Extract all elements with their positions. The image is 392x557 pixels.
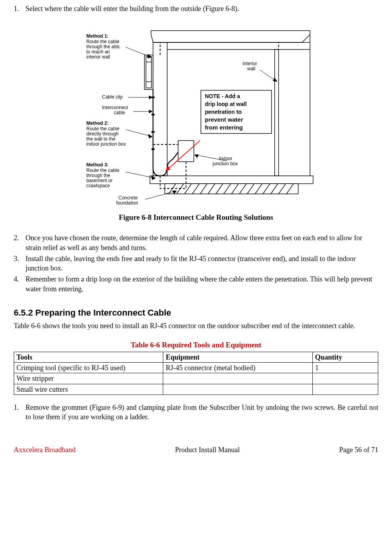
step-text: Select where the cable will enter the bu… <box>26 4 378 13</box>
method2-l3: the wall to the <box>86 136 115 142</box>
td-equip <box>163 373 312 384</box>
cable-clip-label: Cable clip <box>102 94 123 100</box>
svg-marker-39 <box>273 78 277 82</box>
interior-wall-l1: Interior <box>242 61 257 66</box>
interconnect-l1: Interconnect <box>102 105 128 110</box>
table-row: Crimping tool (specific to RJ-45 used) R… <box>14 362 378 373</box>
svg-rect-25 <box>146 57 151 88</box>
svg-rect-1 <box>153 42 167 176</box>
td-equip <box>163 384 312 394</box>
method2-l2: directly through <box>86 131 119 137</box>
svg-rect-28 <box>178 141 194 162</box>
method3-l2: through the <box>86 173 110 178</box>
interior-wall-l2: wall <box>247 66 255 71</box>
method1-text-l3: to reach an <box>86 49 110 55</box>
figure-caption: Figure 6-8 Interconnect Cable Routing So… <box>14 212 378 223</box>
note-l1: NOTE - Add a <box>205 93 240 99</box>
svg-marker-36 <box>148 134 152 138</box>
figure-6-8: Method 1: Route the cable through the at… <box>14 19 378 222</box>
footer-page: Page 56 of 71 <box>339 445 378 455</box>
page-footer: Axxcelera Broadband Product Install Manu… <box>14 445 378 455</box>
svg-marker-40 <box>195 155 199 158</box>
td-qty <box>312 384 378 394</box>
svg-rect-4 <box>275 49 279 176</box>
method2-l4: indoor junction box <box>86 141 126 147</box>
interconnect-l2: cable <box>114 110 125 115</box>
jbox-l2: junction box <box>212 161 238 166</box>
method2-title: Method 2: <box>86 121 109 126</box>
method3-l1: Route the cable <box>86 168 119 173</box>
method1-text-l1: Route the cable <box>86 39 119 44</box>
note-l4: prevent water <box>205 116 243 123</box>
method1-title: Method 1: <box>86 33 109 39</box>
td-qty: 1 <box>312 362 378 373</box>
svg-rect-43 <box>151 131 155 133</box>
step-item: 1. Select where the cable will enter the… <box>14 4 378 13</box>
step-item: 1. Remove the grommet (Figure 6-9) and c… <box>14 403 378 422</box>
th-equipment: Equipment <box>163 352 312 362</box>
jbox-l1: Indoor <box>219 156 232 161</box>
steps-after-figure: 2. Once you have chosen the route, deter… <box>14 233 378 294</box>
svg-marker-31 <box>166 166 170 171</box>
method2-l1: Route the cable <box>86 126 119 131</box>
note-l3: penetration to <box>205 108 242 115</box>
step-num: 3. <box>14 254 26 273</box>
step-text: Remove the grommet (Figure 6-9) and clam… <box>26 403 378 422</box>
th-quantity: Quantity <box>312 352 378 362</box>
td-tool: Crimping tool (specific to RJ-45 used) <box>14 362 163 373</box>
svg-rect-44 <box>151 148 155 150</box>
table-row: Small wire cutters <box>14 384 378 394</box>
td-tool: Small wire cutters <box>14 384 163 394</box>
table-header-row: Tools Equipment Quantity <box>14 352 378 362</box>
step-item: 4. Remember to form a drip loop on the e… <box>14 274 378 294</box>
step-num: 1. <box>14 403 26 422</box>
section-heading: 6.5.2 Preparing the Interconnect Cable <box>14 307 378 319</box>
footer-company: Axxcelera Broadband <box>14 445 75 455</box>
th-tools: Tools <box>14 352 163 362</box>
table-row: Wire stripper <box>14 373 378 384</box>
tools-table: Tools Equipment Quantity Crimping tool (… <box>14 352 378 395</box>
td-tool: Wire stripper <box>14 373 163 384</box>
method1-text-l4: interior wall <box>86 54 110 60</box>
svg-marker-37 <box>151 176 155 180</box>
step-item: 2. Once you have chosen the route, deter… <box>14 233 378 252</box>
svg-rect-41 <box>151 97 155 98</box>
note-l5: from entering <box>205 124 243 131</box>
concrete-l2: foundation <box>116 200 138 206</box>
method3-title: Method 3: <box>86 162 109 168</box>
step-item: 3. Install the cable, leaving the ends f… <box>14 254 378 273</box>
note-l2: drip loop at wall <box>205 101 247 107</box>
method3-l4: crawlspace <box>86 183 110 188</box>
figure-svg: Method 1: Route the cable through the at… <box>75 19 318 207</box>
step-num: 2. <box>14 233 26 252</box>
method1-text-l2: through the attic <box>86 44 120 49</box>
step-text: Remember to form a drip loop on the exte… <box>26 274 378 294</box>
step-num: 4. <box>14 274 26 294</box>
concrete-l1: Concrete <box>119 195 138 201</box>
td-qty <box>312 373 378 384</box>
step-text: Once you have chosen the route, determin… <box>26 233 378 252</box>
td-equip: RJ-45 connector (metal bodied) <box>163 362 312 373</box>
step-num: 1. <box>14 4 26 13</box>
step-text: Install the cable, leaving the ends free… <box>26 254 378 273</box>
footer-title: Product Install Manual <box>175 445 240 455</box>
table-caption: Table 6-6 Required Tools and Equipment <box>14 340 378 350</box>
svg-marker-35 <box>149 110 152 113</box>
section-intro: Table 6-6 shows the tools you need to in… <box>14 321 378 331</box>
method3-l3: basement or <box>86 178 113 183</box>
svg-rect-42 <box>151 114 155 115</box>
